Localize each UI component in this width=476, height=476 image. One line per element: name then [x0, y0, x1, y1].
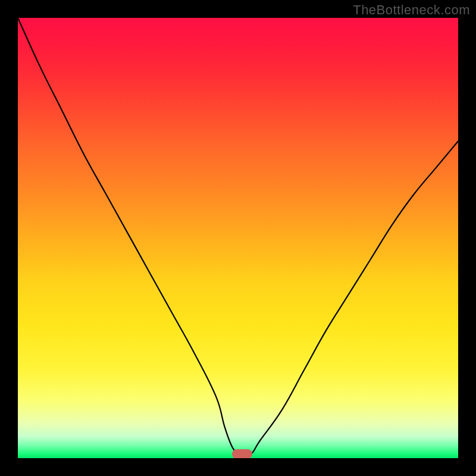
plot-area: [18, 18, 458, 458]
optimum-marker: [232, 449, 252, 458]
chart-frame: TheBottleneck.com: [0, 0, 476, 476]
watermark-text: TheBottleneck.com: [353, 2, 470, 18]
bottleneck-curve: [18, 18, 458, 455]
curve-layer: [18, 18, 458, 458]
